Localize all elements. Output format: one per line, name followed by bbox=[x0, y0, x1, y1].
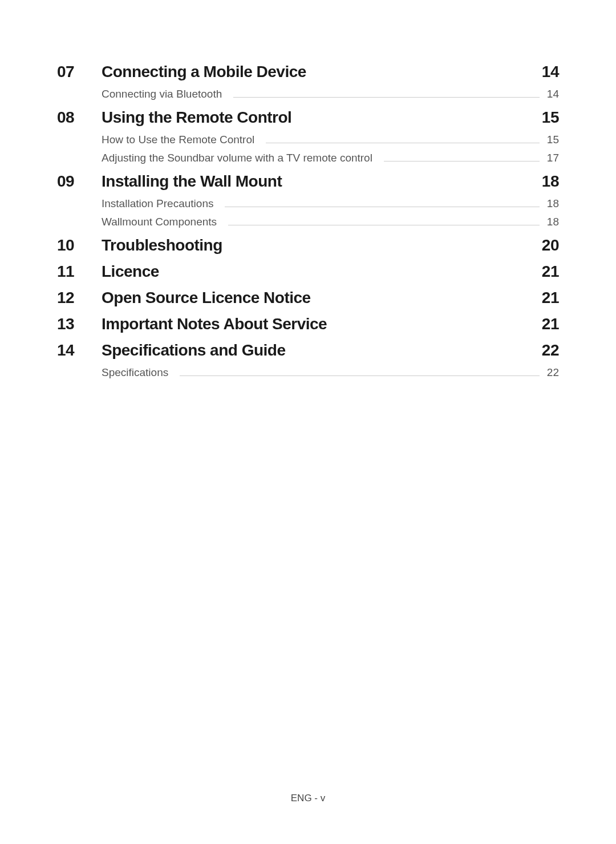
toc-section-page: 14 bbox=[542, 63, 559, 81]
toc-main-row[interactable]: 10Troubleshooting20 bbox=[57, 236, 559, 255]
toc-main-row[interactable]: 13Important Notes About Service21 bbox=[57, 315, 559, 333]
toc-main-row[interactable]: 14Specifications and Guide22 bbox=[57, 341, 559, 360]
toc-section-number: 14 bbox=[57, 341, 102, 360]
toc-leader-line bbox=[225, 207, 540, 207]
toc-section-title: Important Notes About Service bbox=[102, 315, 542, 333]
toc-section-number: 09 bbox=[57, 172, 102, 191]
toc-main-row[interactable]: 07Connecting a Mobile Device14 bbox=[57, 63, 559, 81]
toc-section: 07Connecting a Mobile Device14Connecting… bbox=[57, 63, 559, 100]
toc-section-page: 15 bbox=[542, 108, 559, 127]
toc-section-title: Connecting a Mobile Device bbox=[102, 63, 542, 81]
toc-section-number: 11 bbox=[57, 263, 102, 281]
toc-main-row[interactable]: 11Licence21 bbox=[57, 263, 559, 281]
toc-sub-row[interactable]: Connecting via Bluetooth14 bbox=[102, 88, 559, 100]
toc-leader-line bbox=[384, 161, 540, 161]
toc-section-number: 10 bbox=[57, 236, 102, 255]
toc-section: 12Open Source Licence Notice21 bbox=[57, 289, 559, 307]
toc-sub-row[interactable]: Installation Precautions18 bbox=[102, 197, 559, 210]
toc-sub-title: Installation Precautions bbox=[102, 197, 213, 210]
toc-sub-page: 15 bbox=[545, 134, 559, 146]
toc-sub-title: Specifications bbox=[102, 366, 168, 379]
toc-section-page: 21 bbox=[542, 289, 559, 307]
toc-section: 13Important Notes About Service21 bbox=[57, 315, 559, 333]
toc-sub-row[interactable]: Specifications22 bbox=[102, 366, 559, 379]
toc-sub-page: 14 bbox=[545, 88, 559, 100]
toc-section-title: Open Source Licence Notice bbox=[102, 289, 542, 307]
toc-section-page: 21 bbox=[542, 315, 559, 333]
toc-section-title: Licence bbox=[102, 263, 542, 281]
toc-section-page: 21 bbox=[542, 263, 559, 281]
toc-section-page: 22 bbox=[542, 341, 559, 360]
toc-section-title: Specifications and Guide bbox=[102, 341, 542, 360]
toc-main-row[interactable]: 09Installing the Wall Mount18 bbox=[57, 172, 559, 191]
toc-sub-title: How to Use the Remote Control bbox=[102, 134, 254, 146]
toc-leader-line bbox=[228, 225, 540, 225]
toc-section: 11Licence21 bbox=[57, 263, 559, 281]
toc-sub-row[interactable]: Wallmount Components18 bbox=[102, 216, 559, 228]
toc-section: 14Specifications and Guide22Specificatio… bbox=[57, 341, 559, 379]
toc-section-title: Using the Remote Control bbox=[102, 108, 542, 127]
page-footer: ENG - v bbox=[0, 793, 616, 804]
toc-section-page: 20 bbox=[542, 236, 559, 255]
toc-section: 09Installing the Wall Mount18Installatio… bbox=[57, 172, 559, 228]
toc-sub-title: Wallmount Components bbox=[102, 216, 217, 228]
toc-leader-line bbox=[266, 143, 540, 143]
toc-sub-page: 22 bbox=[545, 366, 559, 379]
toc-section-number: 08 bbox=[57, 108, 102, 127]
toc-sub-row[interactable]: How to Use the Remote Control15 bbox=[102, 134, 559, 146]
toc-container: 07Connecting a Mobile Device14Connecting… bbox=[57, 63, 559, 379]
toc-sub-title: Connecting via Bluetooth bbox=[102, 88, 222, 100]
toc-section-page: 18 bbox=[542, 172, 559, 191]
toc-section-title: Troubleshooting bbox=[102, 236, 542, 255]
toc-sub-page: 18 bbox=[545, 197, 559, 210]
toc-leader-line bbox=[180, 375, 540, 376]
toc-sub-page: 17 bbox=[545, 152, 559, 164]
toc-section: 10Troubleshooting20 bbox=[57, 236, 559, 255]
toc-section: 08Using the Remote Control15How to Use t… bbox=[57, 108, 559, 164]
toc-section-number: 12 bbox=[57, 289, 102, 307]
toc-main-row[interactable]: 12Open Source Licence Notice21 bbox=[57, 289, 559, 307]
toc-sub-row[interactable]: Adjusting the Soundbar volume with a TV … bbox=[102, 152, 559, 164]
toc-sub-page: 18 bbox=[545, 216, 559, 228]
toc-main-row[interactable]: 08Using the Remote Control15 bbox=[57, 108, 559, 127]
toc-section-number: 13 bbox=[57, 315, 102, 333]
toc-section-number: 07 bbox=[57, 63, 102, 81]
toc-sub-title: Adjusting the Soundbar volume with a TV … bbox=[102, 152, 372, 164]
toc-leader-line bbox=[233, 97, 540, 98]
toc-section-title: Installing the Wall Mount bbox=[102, 172, 542, 191]
